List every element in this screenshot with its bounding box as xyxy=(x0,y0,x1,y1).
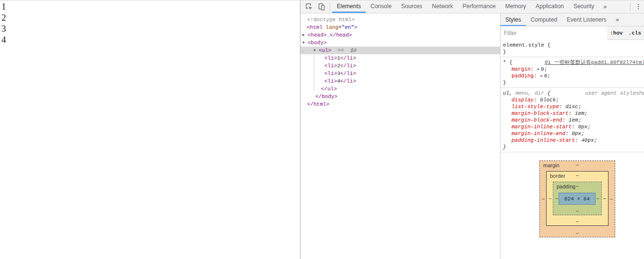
css-line: * {01 一些标签默认有paddi…80f82l74tm7 xyxy=(501,59,644,66)
padding-left-value[interactable]: − xyxy=(555,196,558,201)
code-token: <html xyxy=(307,25,326,30)
styles-filter-bar: :hov .cls xyxy=(501,26,644,40)
tab-memory[interactable]: Memory xyxy=(501,0,531,13)
device-toolbar-icon[interactable] xyxy=(315,0,328,13)
css-property[interactable]: padding-inline-start: 40px; xyxy=(501,137,644,144)
property-value: 1em; xyxy=(569,117,581,123)
dom-tree-row[interactable]: ▼<body> xyxy=(300,39,500,47)
box-model-content[interactable]: 624 × 84 xyxy=(559,193,596,205)
stylesheet-origin-label: user agent stylesheet xyxy=(585,90,644,97)
property-value: 0px; xyxy=(578,123,591,130)
padding-right-value[interactable]: − xyxy=(596,196,599,201)
more-tabs-chevron[interactable]: » xyxy=(599,0,611,13)
code-token: <ul> xyxy=(319,48,331,53)
css-property[interactable]: margin-block-end: 1em; xyxy=(501,117,644,123)
dom-tree-row[interactable]: <!doctype html> xyxy=(300,16,500,24)
border-label: border xyxy=(550,173,565,179)
expand-arrow-icon[interactable]: ▼ xyxy=(313,47,316,54)
dom-tree: <!doctype html><html lang="en">▶<head>…<… xyxy=(300,13,500,108)
css-line: } xyxy=(501,144,644,150)
dom-tree-row[interactable]: …▼<ul> == $0 xyxy=(300,47,500,54)
code-token: "en" xyxy=(342,25,354,30)
css-property[interactable]: margin-inline-end: 0px; xyxy=(501,130,644,137)
toggle-hover-state-button[interactable]: :hov xyxy=(607,30,625,36)
inspect-element-icon xyxy=(305,2,313,11)
box-model-diagram: margin − − − − border − − − − padding xyxy=(501,152,644,243)
dom-tree-row[interactable]: <html lang="en"> xyxy=(300,24,500,31)
border-left-value[interactable]: − xyxy=(549,196,551,201)
property-name: padding-inline-start xyxy=(512,137,575,144)
tab-console[interactable]: Console xyxy=(366,0,396,13)
toggle-class-button[interactable]: .cls xyxy=(626,30,644,36)
dom-tree-row[interactable]: <li>4</li> xyxy=(300,77,500,85)
expand-shorthand-icon[interactable]: ▶ xyxy=(537,66,541,73)
code-token: <li> xyxy=(324,63,337,69)
list-item: 3 xyxy=(1,23,300,34)
box-model-border-ring[interactable]: border − − − − padding − − − − xyxy=(546,171,608,226)
margin-bottom-value[interactable]: − xyxy=(576,230,579,236)
box-model-margin-ring[interactable]: margin − − − − border − − − − padding xyxy=(539,160,615,237)
margin-left-value[interactable]: − xyxy=(542,196,545,202)
css-property[interactable]: margin: ▶0; xyxy=(501,66,644,73)
code-token: </body> xyxy=(315,94,337,99)
toolbar-divider xyxy=(630,3,631,11)
tab-sources[interactable]: Sources xyxy=(396,0,427,13)
dom-tree-row[interactable]: </ul> xyxy=(300,85,500,93)
property-name: margin-block-start xyxy=(512,110,569,117)
tab-security[interactable]: Security xyxy=(569,0,599,13)
css-property[interactable]: margin-block-start: 1em; xyxy=(501,110,644,117)
sidebar-tab-event-listeners[interactable]: Event Listeners xyxy=(562,13,611,26)
expand-arrow-icon[interactable]: ▼ xyxy=(302,39,305,47)
rule-selector: element.style { xyxy=(503,42,550,49)
padding-bottom-value[interactable]: − xyxy=(576,208,579,214)
rule-user-agent: ul, menu, dir {user agent stylesheetdisp… xyxy=(501,88,644,152)
dom-tree-row[interactable]: <li>2</li> xyxy=(300,62,500,70)
property-value: 0; xyxy=(541,66,547,73)
dom-tree-row[interactable]: </html> xyxy=(300,100,500,108)
css-property[interactable]: list-style-type: disc; xyxy=(501,103,644,110)
tab-application[interactable]: Application xyxy=(531,0,569,13)
tab-elements[interactable]: Elements xyxy=(332,0,366,13)
inspect-element-icon[interactable] xyxy=(303,0,315,13)
dom-tree-row[interactable]: </body> xyxy=(300,93,500,100)
dom-tree-row[interactable]: <li>3</li> xyxy=(300,70,500,77)
property-value: disc; xyxy=(565,103,581,110)
property-value: 1em; xyxy=(575,110,587,117)
margin-right-value[interactable]: − xyxy=(610,196,613,202)
expand-shorthand-icon[interactable]: ▶ xyxy=(540,73,544,79)
css-property[interactable]: margin-inline-start: 0px; xyxy=(501,123,644,130)
property-name: margin-inline-end xyxy=(512,130,565,137)
row-overflow-dots[interactable]: … xyxy=(301,47,305,53)
padding-top-value[interactable]: − xyxy=(576,183,579,189)
page-list: 1234 xyxy=(1,1,300,45)
tab-performance[interactable]: Performance xyxy=(458,0,501,13)
css-property[interactable]: display: block; xyxy=(501,97,644,103)
css-line: element.style { xyxy=(501,42,644,49)
code-token: = xyxy=(338,25,342,30)
dom-tree-row[interactable]: ▶<head>…</head> xyxy=(300,31,500,39)
devtools-menu-kebab-icon[interactable]: ⋮ xyxy=(632,0,644,13)
border-top-value[interactable]: − xyxy=(576,173,579,178)
sidebar-tab-computed[interactable]: Computed xyxy=(526,13,562,26)
code-token: </li> xyxy=(340,55,356,61)
css-line: } xyxy=(501,49,644,55)
border-bottom-value[interactable]: − xyxy=(576,219,579,224)
expand-arrow-icon[interactable]: ▶ xyxy=(302,31,305,39)
browser-viewport: 1234 xyxy=(0,0,300,259)
sidebar-more-tabs-chevron[interactable]: » xyxy=(611,13,623,26)
styles-pane: element.style {} * {01 一些标签默认有paddi…80f8… xyxy=(501,40,644,259)
code-token: == $0 xyxy=(331,48,357,53)
margin-top-value[interactable]: − xyxy=(576,162,579,168)
box-model-padding-ring[interactable]: padding − − − − 624 × 84 xyxy=(553,182,602,215)
code-token: <!doctype html> xyxy=(307,17,355,23)
sidebar-tab-styles[interactable]: Styles xyxy=(501,13,526,26)
stylesheet-source-link[interactable]: 01 一些标签默认有paddi…80f82l74tm7 xyxy=(545,59,644,66)
property-name: display xyxy=(512,97,534,103)
css-property[interactable]: padding: ▶0; xyxy=(501,73,644,79)
styles-filter-input[interactable] xyxy=(501,26,607,40)
dom-tree-row[interactable]: <li>1</li> xyxy=(300,54,500,62)
tab-network[interactable]: Network xyxy=(427,0,458,13)
border-right-value[interactable]: − xyxy=(603,196,606,201)
padding-label: padding xyxy=(557,184,575,189)
property-value: 40px; xyxy=(581,137,597,144)
